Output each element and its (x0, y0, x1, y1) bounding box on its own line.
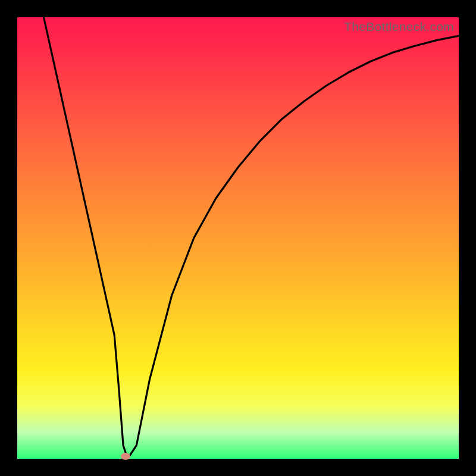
chart-frame: TheBottleneck.com (0, 0, 476, 476)
plot-area: TheBottleneck.com (17, 17, 459, 459)
watermark-text: TheBottleneck.com (344, 20, 454, 34)
optimal-point-marker (121, 453, 130, 460)
bottleneck-curve (17, 17, 459, 459)
